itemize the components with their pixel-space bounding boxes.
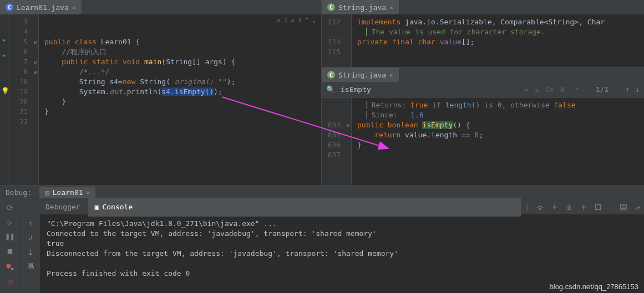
rerun-icon[interactable]: ⟳ bbox=[5, 203, 15, 212]
step-out-icon[interactable] bbox=[577, 201, 590, 213]
fold-icon[interactable]: ⊞ bbox=[32, 67, 38, 77]
right-top-editor-pane: C String.java ✕ 112 114115 implements ja… bbox=[322, 0, 644, 68]
tab-label: Learn01.java bbox=[17, 3, 69, 12]
left-line-gutter: 345 678 181920 2122 bbox=[9, 14, 32, 185]
fold-icon[interactable]: ⊟ bbox=[32, 57, 38, 67]
regex-button[interactable]: .* bbox=[571, 86, 579, 94]
fold-icon[interactable]: ⊟ bbox=[345, 120, 351, 130]
soft-wrap-icon[interactable]: ↲ bbox=[26, 233, 36, 242]
step-into-icon[interactable] bbox=[549, 201, 561, 213]
tab-string-top[interactable]: C String.java ✕ bbox=[322, 0, 399, 14]
console-side-toolbar: ↑ ↲ ⤓ 🖶 bbox=[20, 214, 40, 293]
next-match-icon[interactable]: ↓ bbox=[635, 85, 640, 94]
tab-learn01[interactable]: C Learn01.java ✕ bbox=[0, 0, 82, 14]
left-code-area[interactable]: public class Learn01 { //程序的入口 public st… bbox=[39, 14, 321, 185]
find-bar: 🔍 isEmpty ✕ ↻ Cc W .* 1/1 ↑ ↓ bbox=[322, 82, 644, 97]
application-icon: ▥ bbox=[45, 188, 49, 197]
inspection-widget[interactable]: ⚠1 ⚠1 ^ ⌄ bbox=[277, 17, 316, 24]
search-icon: 🔍 bbox=[326, 85, 335, 94]
right-top-code[interactable]: implements java.io.Serializable, Compara… bbox=[352, 14, 644, 67]
right-bottom-editor-pane: C String.java ✕ 🔍 isEmpty ✕ ↻ Cc W .* 1/… bbox=[322, 68, 644, 185]
breakpoints-icon[interactable]: ●● bbox=[5, 261, 15, 271]
tab-label: String.java bbox=[338, 71, 386, 79]
search-result-count: 1/1 bbox=[596, 85, 608, 94]
class-file-icon: C bbox=[327, 3, 335, 11]
svg-rect-1 bbox=[596, 204, 601, 209]
right-top-gutter: 112 114115 bbox=[322, 14, 345, 67]
debug-tool-window: Debug: ▥ Learn01 ✕ ⟳ ▷ ❚❚ ■ ●● ⦸ Debugge… bbox=[0, 186, 644, 293]
run-gutter-icon[interactable]: ▶ bbox=[0, 37, 8, 43]
left-tabbar: C Learn01.java ✕ bbox=[0, 0, 321, 14]
tab-string-bot[interactable]: C String.java ✕ bbox=[322, 68, 399, 82]
scroll-end-icon[interactable]: ⤓ bbox=[26, 248, 36, 256]
class-file-icon: C bbox=[327, 71, 335, 79]
left-fold-gutter: ⊟ ⊟ ⊞ bbox=[32, 14, 39, 185]
debugger-tab[interactable]: Debugger bbox=[40, 201, 86, 213]
tab-label: String.java bbox=[338, 3, 386, 12]
close-icon[interactable]: ✕ bbox=[72, 4, 76, 11]
debug-run-tab[interactable]: ▥ Learn01 ✕ bbox=[39, 187, 95, 198]
console-output[interactable]: "C:\Program Files\Java\jdk1.8.0_271\bin\… bbox=[40, 214, 644, 293]
chevron-up-icon[interactable]: ^ bbox=[305, 17, 309, 24]
mute-bp-icon[interactable]: ⦸ bbox=[5, 277, 15, 286]
print-icon[interactable]: 🖶 bbox=[26, 262, 36, 271]
console-icon: ▣ bbox=[95, 202, 99, 212]
resume-icon[interactable]: ▷ bbox=[5, 218, 15, 227]
run-gutter-icon[interactable]: ▶ bbox=[0, 53, 8, 58]
trace-icon[interactable] bbox=[632, 201, 644, 213]
console-tab[interactable]: ▣ Console bbox=[88, 198, 521, 217]
chevron-down-icon[interactable]: ⌄ bbox=[312, 17, 316, 24]
class-file-icon: C bbox=[6, 3, 13, 11]
close-icon[interactable]: ✕ bbox=[87, 189, 90, 196]
watermark: blog.csdn.net/qq_27865153 bbox=[550, 282, 638, 291]
warning-icon: ⚠ bbox=[291, 17, 295, 24]
left-editor-pane: C Learn01.java ✕ ▶ ▶ 💡 345 678 181920 21… bbox=[0, 0, 322, 185]
force-step-into-icon[interactable] bbox=[563, 201, 575, 213]
warning-icon: ⚠ bbox=[277, 17, 281, 24]
drop-frame-icon[interactable] bbox=[592, 201, 604, 213]
svg-point-0 bbox=[540, 208, 541, 210]
step-over-icon[interactable] bbox=[534, 201, 546, 213]
right-bot-gutter: 634635636637 bbox=[322, 97, 345, 185]
pause-icon[interactable]: ❚❚ bbox=[5, 232, 15, 241]
up-stack-icon[interactable]: ↑ bbox=[26, 219, 36, 228]
debug-side-toolbar: ⟳ ▷ ❚❚ ■ ●● ⦸ bbox=[0, 199, 20, 293]
match-word-button[interactable]: W bbox=[560, 86, 564, 94]
fold-icon[interactable]: ⊟ bbox=[32, 37, 38, 47]
right-bot-code[interactable]: Returns: true if length() is 0, otherwis… bbox=[352, 97, 644, 185]
left-marker-gutter: ▶ ▶ 💡 bbox=[0, 14, 9, 185]
intention-bulb-icon[interactable]: 💡 bbox=[1, 87, 9, 95]
clock-icon[interactable]: ↻ bbox=[535, 86, 539, 94]
prev-match-icon[interactable]: ↑ bbox=[625, 85, 630, 94]
debug-title: Debug: bbox=[6, 188, 32, 197]
evaluate-icon[interactable] bbox=[617, 201, 630, 213]
stop-icon[interactable]: ■ bbox=[5, 246, 15, 255]
close-icon[interactable]: ✕ bbox=[389, 4, 393, 11]
debug-sub-tabbar: Debugger ▣ Console ║ | bbox=[20, 199, 644, 214]
search-input[interactable]: isEmpty bbox=[341, 85, 519, 94]
close-search-icon[interactable]: ✕ bbox=[524, 86, 528, 94]
close-icon[interactable]: ✕ bbox=[389, 71, 393, 79]
match-case-button[interactable]: Cc bbox=[546, 86, 554, 94]
